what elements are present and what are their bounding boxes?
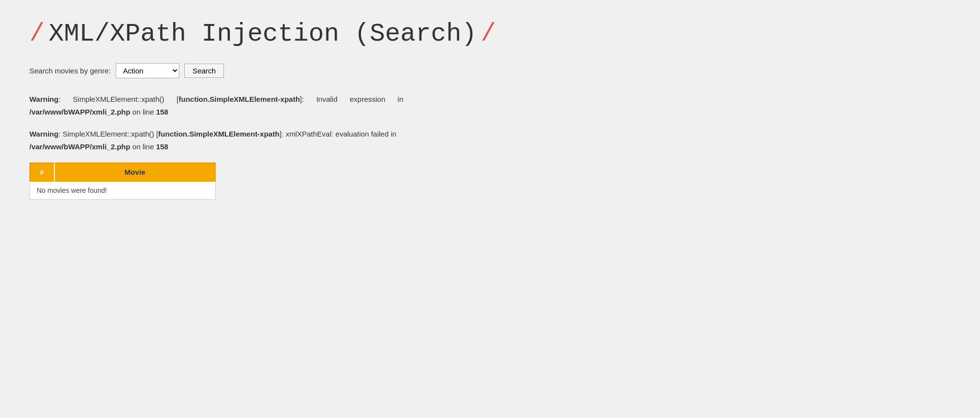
warning-2-label: Warning	[29, 130, 58, 138]
results-table: # Movie No movies were found!	[29, 163, 216, 200]
slash-close-icon: /	[481, 20, 496, 48]
page-title: / XML/XPath Injection (Search) /	[29, 20, 951, 48]
search-label: Search movies by genre:	[29, 67, 111, 75]
genre-select[interactable]: Action Comedy Drama Horror Sci-Fi Thrill…	[116, 63, 179, 78]
table-header-row: # Movie	[30, 163, 216, 182]
slash-open-icon: /	[29, 20, 45, 48]
warning-2-file: /var/www/bWAPP/xmli_2.php	[29, 142, 130, 151]
warning-1-func: function.SimpleXMLElement-xpath	[179, 95, 300, 103]
table-col-movie: Movie	[54, 163, 216, 182]
warning-1-file: /var/www/bWAPP/xmli_2.php	[29, 108, 130, 116]
search-row: Search movies by genre: Action Comedy Dr…	[29, 63, 951, 78]
search-button[interactable]: Search	[184, 64, 224, 78]
table-no-results-row: No movies were found!	[30, 182, 216, 200]
no-results-cell: No movies were found!	[30, 182, 216, 200]
warning-2-func: function.SimpleXMLElement-xpath	[158, 130, 280, 138]
table-col-hash: #	[30, 163, 54, 182]
warning-1-line: 158	[156, 108, 168, 116]
warning-1-label: Warning	[29, 95, 58, 103]
warning-2-line: 158	[156, 142, 168, 151]
warning-1: Warning: SimpleXMLElement::xpath() [func…	[29, 93, 951, 118]
title-text: XML/XPath Injection (Search)	[49, 20, 477, 48]
warning-2: Warning: SimpleXMLElement::xpath() [func…	[29, 128, 951, 153]
